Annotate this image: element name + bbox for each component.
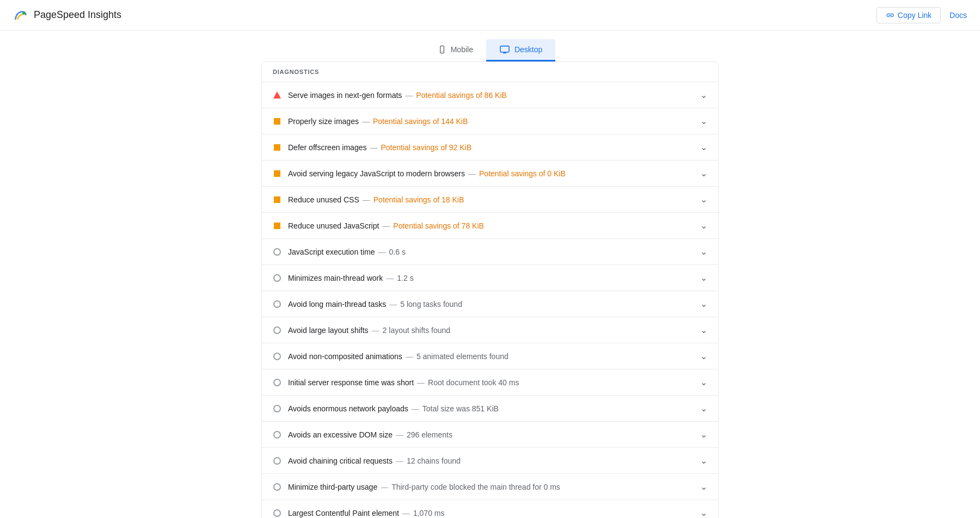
- gray-circle-icon: [273, 326, 281, 335]
- item-text-reduce-unused-css: Reduce unused CSS — Potential savings of…: [288, 195, 694, 204]
- header-left: PageSpeed Insights: [13, 8, 121, 23]
- chevron-down-icon: ⌄: [700, 273, 707, 283]
- item-label: Initial server response time was short: [288, 378, 414, 387]
- diagnostic-item-avoid-long-tasks[interactable]: Avoid long main-thread tasks — 5 long ta…: [262, 291, 718, 317]
- chevron-down-icon: ⌄: [700, 90, 707, 100]
- diagnostic-item-avoids-excessive-dom[interactable]: Avoids an excessive DOM size — 296 eleme…: [262, 422, 718, 448]
- item-text-avoid-non-composited: Avoid non-composited animations — 5 anim…: [288, 352, 694, 361]
- item-text-avoid-large-layout-shifts: Avoid large layout shifts — 2 layout shi…: [288, 326, 694, 335]
- item-savings: Potential savings of 0 KiB: [479, 169, 566, 178]
- item-text-avoid-legacy-js: Avoid serving legacy JavaScript to moder…: [288, 169, 694, 178]
- chevron-down-icon: ⌄: [700, 299, 707, 309]
- item-text-largest-contentful-paint: Largest Contentful Paint element — 1,070…: [288, 509, 694, 517]
- tab-mobile-label: Mobile: [451, 45, 473, 54]
- chevron-down-icon: ⌄: [700, 377, 707, 387]
- orange-square-icon: [273, 169, 281, 178]
- item-text-initial-server-response: Initial server response time was short —…: [288, 378, 694, 387]
- item-detail: Root document took 40 ms: [428, 378, 519, 387]
- diagnostic-item-defer-offscreen[interactable]: Defer offscreen images — Potential savin…: [262, 134, 718, 161]
- diagnostic-item-avoid-legacy-js[interactable]: Avoid serving legacy JavaScript to moder…: [262, 161, 718, 187]
- chevron-down-icon: ⌄: [700, 325, 707, 335]
- header-right: Copy Link Docs: [877, 7, 967, 23]
- item-text-minimize-third-party: Minimize third-party usage — Third-party…: [288, 483, 694, 491]
- pagespeed-logo-icon: [13, 8, 28, 23]
- gray-circle-icon: [273, 509, 281, 517]
- chevron-down-icon: ⌄: [700, 508, 707, 518]
- diagnostic-item-serve-images[interactable]: Serve images in next-gen formats — Poten…: [262, 82, 718, 108]
- item-label: Avoid long main-thread tasks: [288, 300, 386, 309]
- item-text-defer-offscreen: Defer offscreen images — Potential savin…: [288, 143, 694, 152]
- gray-circle-icon: [273, 483, 281, 491]
- main-content: DIAGNOSTICS Serve images in next-gen for…: [0, 61, 980, 518]
- diagnostic-item-js-execution-time[interactable]: JavaScript execution time — 0.6 s ⌄: [262, 239, 718, 265]
- item-label: Avoid serving legacy JavaScript to moder…: [288, 169, 465, 178]
- svg-rect-4: [500, 46, 509, 52]
- diagnostic-item-avoid-chaining-requests[interactable]: Avoid chaining critical requests — 12 ch…: [262, 448, 718, 474]
- chevron-down-icon: ⌄: [700, 482, 707, 492]
- gray-circle-icon: [273, 404, 281, 413]
- diagnostic-item-reduce-unused-js[interactable]: Reduce unused JavaScript — Potential sav…: [262, 213, 718, 239]
- item-label: Properly size images: [288, 117, 359, 126]
- item-text-properly-size: Properly size images — Potential savings…: [288, 117, 694, 126]
- item-text-avoids-excessive-dom: Avoids an excessive DOM size — 296 eleme…: [288, 430, 694, 439]
- diagnostic-item-reduce-unused-css[interactable]: Reduce unused CSS — Potential savings of…: [262, 187, 718, 213]
- header: PageSpeed Insights Copy Link Docs: [0, 0, 980, 30]
- copy-link-button[interactable]: Copy Link: [877, 7, 941, 23]
- gray-circle-icon: [273, 457, 281, 465]
- gray-circle-icon: [273, 352, 281, 361]
- gray-circle-icon: [273, 274, 281, 282]
- item-text-serve-images: Serve images in next-gen formats — Poten…: [288, 91, 694, 100]
- item-detail: 12 chains found: [407, 457, 461, 465]
- item-label: Avoids an excessive DOM size: [288, 430, 393, 439]
- diagnostic-item-minimizes-main-thread[interactable]: Minimizes main-thread work — 1.2 s ⌄: [262, 265, 718, 291]
- diagnostic-item-avoid-non-composited[interactable]: Avoid non-composited animations — 5 anim…: [262, 343, 718, 369]
- item-label: Avoid chaining critical requests: [288, 457, 393, 465]
- chevron-down-icon: ⌄: [700, 194, 707, 205]
- item-savings: Potential savings of 92 KiB: [381, 143, 471, 152]
- orange-square-icon: [273, 195, 281, 204]
- orange-square-icon: [273, 143, 281, 152]
- chevron-down-icon: ⌄: [700, 168, 707, 178]
- svg-point-1: [22, 11, 26, 15]
- item-detail: 5 long tasks found: [400, 300, 462, 309]
- diagnostic-item-properly-size[interactable]: Properly size images — Potential savings…: [262, 108, 718, 134]
- gray-circle-icon: [273, 248, 281, 256]
- item-label: Defer offscreen images: [288, 143, 366, 152]
- diagnostic-item-minimize-third-party[interactable]: Minimize third-party usage — Third-party…: [262, 474, 718, 500]
- item-label: Largest Contentful Paint element: [288, 509, 399, 517]
- chevron-down-icon: ⌄: [700, 246, 707, 257]
- item-detail: 1.2 s: [397, 274, 413, 282]
- diagnostics-panel: DIAGNOSTICS Serve images in next-gen for…: [261, 61, 719, 518]
- chevron-down-icon: ⌄: [700, 142, 707, 152]
- diagnostic-item-avoids-enormous-network[interactable]: Avoids enormous network payloads — Total…: [262, 396, 718, 422]
- chevron-down-icon: ⌄: [700, 220, 707, 231]
- item-detail: 296 elements: [407, 430, 452, 439]
- tabs: Mobile Desktop: [425, 39, 556, 61]
- chevron-down-icon: ⌄: [700, 429, 707, 440]
- item-text-minimizes-main-thread: Minimizes main-thread work — 1.2 s: [288, 274, 694, 282]
- docs-link[interactable]: Docs: [950, 11, 967, 20]
- item-label: Avoid non-composited animations: [288, 352, 402, 361]
- diagnostic-item-largest-contentful-paint[interactable]: Largest Contentful Paint element — 1,070…: [262, 500, 718, 518]
- svg-point-3: [442, 51, 442, 52]
- item-savings: Potential savings of 18 KiB: [373, 195, 464, 204]
- item-text-avoids-enormous-network: Avoids enormous network payloads — Total…: [288, 404, 694, 413]
- diagnostic-item-avoid-large-layout-shifts[interactable]: Avoid large layout shifts — 2 layout shi…: [262, 317, 718, 343]
- item-savings: Potential savings of 78 KiB: [393, 221, 484, 230]
- orange-square-icon: [273, 117, 281, 126]
- item-detail: Total size was 851 KiB: [422, 404, 499, 413]
- item-detail: Third-party code blocked the main thread…: [391, 483, 560, 491]
- item-label: Serve images in next-gen formats: [288, 91, 402, 100]
- tab-desktop[interactable]: Desktop: [486, 39, 555, 61]
- tab-desktop-label: Desktop: [514, 45, 542, 54]
- diagnostic-item-initial-server-response[interactable]: Initial server response time was short —…: [262, 369, 718, 396]
- item-detail: 0.6 s: [389, 248, 406, 256]
- gray-circle-icon: [273, 378, 281, 387]
- item-label: Reduce unused JavaScript: [288, 221, 379, 230]
- item-label: Minimizes main-thread work: [288, 274, 383, 282]
- chevron-down-icon: ⌄: [700, 116, 707, 126]
- tab-mobile[interactable]: Mobile: [425, 39, 486, 61]
- red-triangle-icon: [273, 91, 281, 100]
- item-text-reduce-unused-js: Reduce unused JavaScript — Potential sav…: [288, 221, 694, 230]
- diagnostics-section-header: DIAGNOSTICS: [262, 62, 718, 82]
